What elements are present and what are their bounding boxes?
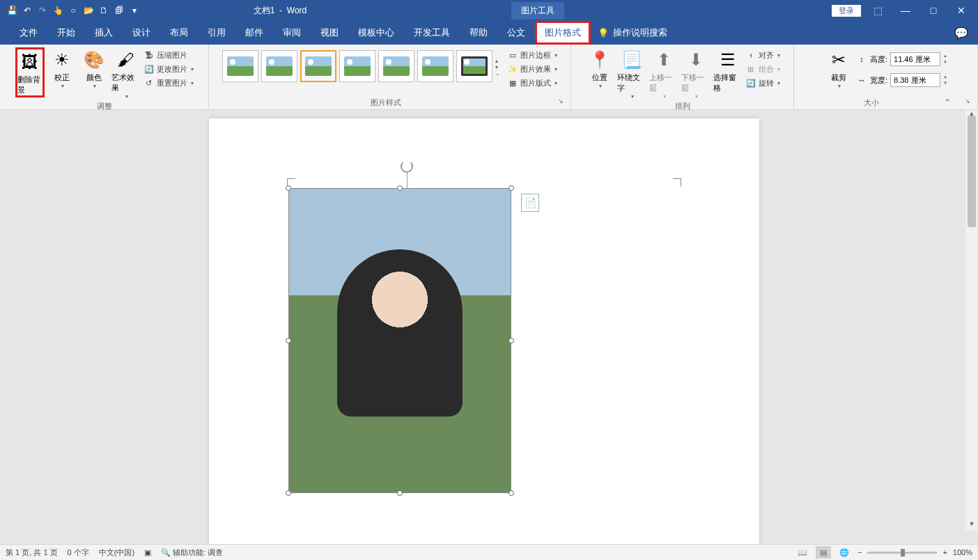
zoom-out-button[interactable]: − (857, 548, 862, 557)
scroll-thumb[interactable] (968, 116, 976, 227)
picture-style-5[interactable] (378, 50, 414, 82)
undo-icon[interactable]: ↶ (21, 4, 33, 17)
group-picture-styles: ▴▾⌄ ▭图片边框▾ ✨图片效果▾ ▦图片版式▾ 图片样式↘ (209, 45, 571, 109)
bring-forward-button[interactable]: ⬆ 上移一层▾ (649, 47, 678, 100)
height-input[interactable] (890, 52, 940, 66)
position-icon: 📍 (589, 49, 611, 71)
print-layout-icon[interactable]: ▤ (816, 546, 831, 559)
resize-handle-l[interactable] (286, 338, 291, 343)
change-picture-button[interactable]: 🔄更改图片▾ (143, 63, 194, 75)
tab-mailings[interactable]: 邮件 (235, 21, 273, 45)
rotation-icon (401, 160, 413, 173)
save-icon[interactable]: 💾 (6, 4, 18, 17)
picture-style-1[interactable] (222, 50, 258, 82)
redo-icon[interactable]: ↷ (36, 4, 49, 17)
width-spinner[interactable]: ▲▼ (943, 74, 947, 86)
styles-dialog-launcher[interactable]: ↘ (558, 98, 564, 104)
group-objects-button[interactable]: ⊞组合▾ (745, 63, 780, 75)
zoom-in-button[interactable]: + (942, 548, 947, 557)
compress-pictures-button[interactable]: 🗜压缩图片 (143, 49, 194, 61)
tab-design[interactable]: 设计 (123, 21, 160, 45)
picture-effects-button[interactable]: ✨图片效果▾ (507, 63, 557, 75)
picture-style-7[interactable] (456, 50, 492, 82)
rotation-handle[interactable] (400, 160, 414, 188)
lightbulb-icon: 💡 (598, 28, 609, 38)
picture-style-6[interactable] (417, 50, 453, 82)
close-icon[interactable]: ✕ (950, 5, 972, 16)
crop-icon: ✂ (828, 49, 850, 71)
remove-background-button[interactable]: 🖼 删除背景 (15, 47, 45, 98)
tab-review[interactable]: 审阅 (273, 21, 311, 45)
artistic-effects-button[interactable]: 🖌 艺术效果▾ (111, 47, 141, 100)
language-indicator[interactable]: 中文(中国) (99, 547, 134, 558)
send-backward-button[interactable]: ⬇ 下移一层▾ (681, 47, 711, 100)
resize-handle-br[interactable] (509, 490, 514, 496)
tab-home[interactable]: 开始 (47, 21, 85, 45)
word-count[interactable]: 0 个字 (68, 547, 89, 558)
open-icon[interactable]: 📂 (82, 4, 95, 17)
print-icon[interactable]: 🗐 (113, 4, 125, 17)
scroll-down-icon[interactable]: ▼ (965, 520, 978, 530)
vertical-scrollbar[interactable]: ▲ ▼ (965, 110, 978, 530)
tab-official[interactable]: 公文 (497, 21, 535, 45)
qat-more-icon[interactable]: ▾ (128, 4, 141, 17)
align-button[interactable]: ⫞对齐▾ (745, 49, 780, 61)
tab-template[interactable]: 模板中心 (348, 21, 404, 45)
tell-me-search[interactable]: 💡 操作说明搜索 (591, 26, 667, 39)
collapse-ribbon-icon[interactable]: ⌃ (944, 98, 951, 107)
reset-picture-button[interactable]: ↺重置图片▾ (143, 77, 194, 89)
zoom-level[interactable]: 100% (953, 548, 972, 557)
styles-gallery-expand[interactable]: ▴▾⌄ (495, 50, 500, 82)
selection-pane-icon: ☰ (717, 49, 739, 71)
web-layout-icon[interactable]: 🌐 (837, 546, 852, 559)
position-button[interactable]: 📍 位置▾ (585, 47, 614, 89)
height-icon: ↕ (856, 54, 867, 65)
tab-file[interactable]: 文件 (10, 21, 47, 45)
tab-view[interactable]: 视图 (311, 21, 348, 45)
picture-layout-button[interactable]: ▦图片版式▾ (507, 77, 557, 89)
accessibility-checker[interactable]: 🔍 辅助功能: 调查 (161, 547, 223, 558)
selected-picture[interactable] (288, 188, 511, 493)
resize-handle-tr[interactable] (509, 185, 514, 191)
zoom-slider[interactable] (867, 552, 937, 554)
picture-style-2[interactable] (261, 50, 297, 82)
height-spinner[interactable]: ▲▼ (943, 53, 947, 65)
new-icon[interactable]: 🗋 (98, 4, 110, 17)
resize-handle-bl[interactable] (286, 490, 291, 496)
tab-insert[interactable]: 插入 (85, 21, 123, 45)
resize-handle-t[interactable] (397, 185, 403, 191)
rotate-button[interactable]: 🔄旋转▾ (745, 77, 780, 89)
wrap-text-button[interactable]: 📃 环绕文字▾ (617, 47, 646, 100)
layout-options-button[interactable]: 📄 (521, 194, 539, 212)
page[interactable]: 📄 (209, 118, 759, 544)
tab-picture-format[interactable]: 图片格式 (535, 21, 591, 45)
width-input[interactable] (890, 73, 940, 87)
corrections-button[interactable]: ☀ 校正▾ (47, 47, 77, 89)
tab-help[interactable]: 帮助 (460, 21, 497, 45)
picture-border-button[interactable]: ▭图片边框▾ (507, 49, 557, 61)
tab-developer[interactable]: 开发工具 (404, 21, 460, 45)
size-dialog-launcher[interactable]: ↘ (965, 98, 970, 104)
maximize-icon[interactable]: □ (922, 5, 945, 16)
picture-style-4[interactable] (339, 50, 375, 82)
ribbon-display-icon[interactable]: ⬚ (867, 5, 889, 16)
tab-references[interactable]: 引用 (198, 21, 235, 45)
resize-handle-b[interactable] (397, 490, 403, 496)
circle-icon[interactable]: ○ (67, 4, 79, 17)
resize-handle-tl[interactable] (286, 185, 291, 191)
selection-pane-button[interactable]: ☰ 选择窗格 (713, 47, 743, 93)
group-size: ✂ 裁剪▾ ↕ 高度: ▲▼ ↔ 宽度: ▲▼ 大小↘⌃ (794, 45, 978, 109)
login-button[interactable]: 登录 (832, 5, 861, 17)
touch-mode-icon[interactable]: 👆 (52, 4, 64, 17)
comments-icon[interactable]: 💬 (954, 26, 968, 40)
picture-style-3[interactable] (300, 50, 336, 82)
tab-layout[interactable]: 布局 (160, 21, 198, 45)
picture-content (289, 189, 511, 492)
resize-handle-r[interactable] (509, 338, 514, 343)
crop-button[interactable]: ✂ 裁剪▾ (824, 47, 853, 89)
color-button[interactable]: 🎨 颜色▾ (79, 47, 109, 89)
read-mode-icon[interactable]: 📖 (795, 546, 810, 559)
macro-recorder-icon[interactable]: ▣ (144, 548, 151, 557)
minimize-icon[interactable]: — (894, 5, 917, 16)
page-indicator[interactable]: 第 1 页, 共 1 页 (6, 547, 58, 558)
